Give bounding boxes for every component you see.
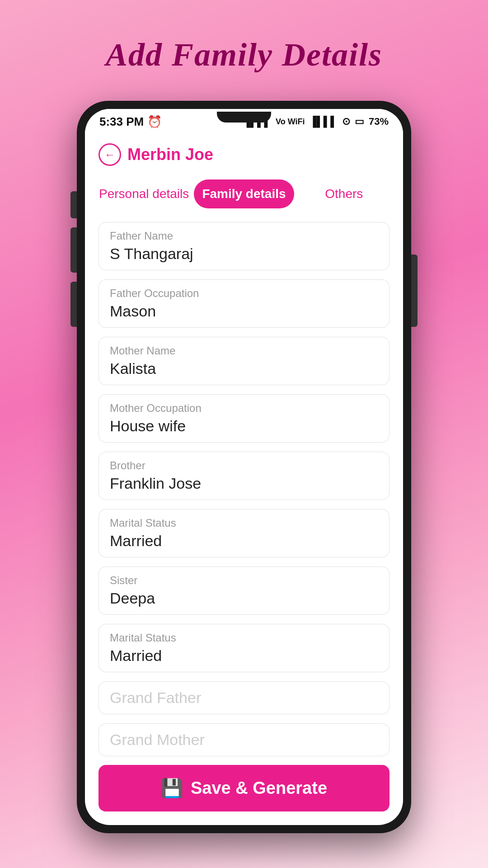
phone-screen: 5:33 PM ⏰ ▐▌▌▌ Vo WiFi ▐▌▌▌ ⊙ ▭ 73% ← Me… bbox=[85, 109, 403, 825]
status-left: 5:33 PM ⏰ bbox=[99, 115, 162, 129]
notch bbox=[217, 112, 271, 123]
mother-occupation-field[interactable]: Mother Occupation House wife bbox=[99, 394, 389, 443]
mother-name-value: Kalista bbox=[110, 360, 378, 377]
tabs-bar: Personal details Family details Others bbox=[85, 175, 403, 217]
user-name: Merbin Joe bbox=[127, 145, 213, 164]
mother-name-field[interactable]: Mother Name Kalista bbox=[99, 337, 389, 385]
sister-value: Deepa bbox=[110, 590, 378, 607]
grand-mother-field[interactable]: Grand Mother bbox=[99, 723, 389, 756]
father-occupation-label: Father Occupation bbox=[110, 287, 378, 300]
mother-name-label: Mother Name bbox=[110, 344, 378, 357]
brother-field[interactable]: Brother Franklin Jose bbox=[99, 452, 389, 500]
wifi-icon: ⊙ bbox=[342, 116, 350, 127]
father-occupation-field[interactable]: Father Occupation Mason bbox=[99, 279, 389, 328]
wifi-signal-icon: ▐▌▌▌ bbox=[310, 116, 338, 127]
mother-occupation-value: House wife bbox=[110, 417, 378, 435]
father-name-value: S Thangaraj bbox=[110, 245, 378, 263]
grand-mother-placeholder: Grand Mother bbox=[110, 731, 378, 749]
sister-marital-status-label: Marital Status bbox=[110, 632, 378, 644]
alarm-icon: ⏰ bbox=[147, 115, 162, 129]
sister-marital-status-value: Married bbox=[110, 647, 378, 665]
wifi-label: Vo WiFi bbox=[276, 117, 305, 127]
sister-field[interactable]: Sister Deepa bbox=[99, 566, 389, 615]
app-header: ← Merbin Joe bbox=[85, 134, 403, 175]
grand-father-placeholder: Grand Father bbox=[110, 689, 378, 707]
volume-down-button[interactable] bbox=[70, 282, 77, 327]
save-icon: 💾 bbox=[161, 778, 183, 799]
battery-icon: ▭ bbox=[355, 116, 364, 127]
tab-family-details[interactable]: Family details bbox=[194, 179, 294, 208]
volume-up-button[interactable] bbox=[70, 227, 77, 273]
father-name-field[interactable]: Father Name S Thangaraj bbox=[99, 222, 389, 270]
back-button[interactable]: ← Merbin Joe bbox=[99, 143, 213, 166]
brother-marital-status-field[interactable]: Marital Status Married bbox=[99, 509, 389, 557]
father-name-label: Father Name bbox=[110, 230, 378, 242]
sister-marital-status-field[interactable]: Marital Status Married bbox=[99, 624, 389, 672]
brother-value: Franklin Jose bbox=[110, 475, 378, 492]
battery-percent: 73% bbox=[369, 116, 389, 127]
save-generate-button[interactable]: 💾 Save & Generate bbox=[99, 765, 389, 811]
back-circle-icon: ← bbox=[99, 143, 121, 166]
tab-others[interactable]: Others bbox=[294, 179, 394, 208]
tab-personal-details[interactable]: Personal details bbox=[94, 179, 194, 208]
grand-father-field[interactable]: Grand Father bbox=[99, 681, 389, 714]
mother-occupation-label: Mother Occupation bbox=[110, 402, 378, 415]
back-arrow-icon: ← bbox=[104, 148, 115, 161]
form-scroll-area[interactable]: Father Name S Thangaraj Father Occupatio… bbox=[85, 217, 403, 765]
power-button[interactable] bbox=[411, 255, 418, 327]
brother-label: Brother bbox=[110, 459, 378, 472]
father-occupation-value: Mason bbox=[110, 302, 378, 320]
brother-marital-status-label: Marital Status bbox=[110, 517, 378, 529]
volume-mute-button[interactable] bbox=[70, 191, 77, 218]
page-title: Add Family Details bbox=[106, 36, 382, 74]
sister-label: Sister bbox=[110, 574, 378, 587]
status-time: 5:33 PM bbox=[99, 115, 144, 129]
phone-frame: 5:33 PM ⏰ ▐▌▌▌ Vo WiFi ▐▌▌▌ ⊙ ▭ 73% ← Me… bbox=[77, 101, 411, 833]
save-button-label: Save & Generate bbox=[191, 778, 327, 798]
brother-marital-status-value: Married bbox=[110, 532, 378, 550]
